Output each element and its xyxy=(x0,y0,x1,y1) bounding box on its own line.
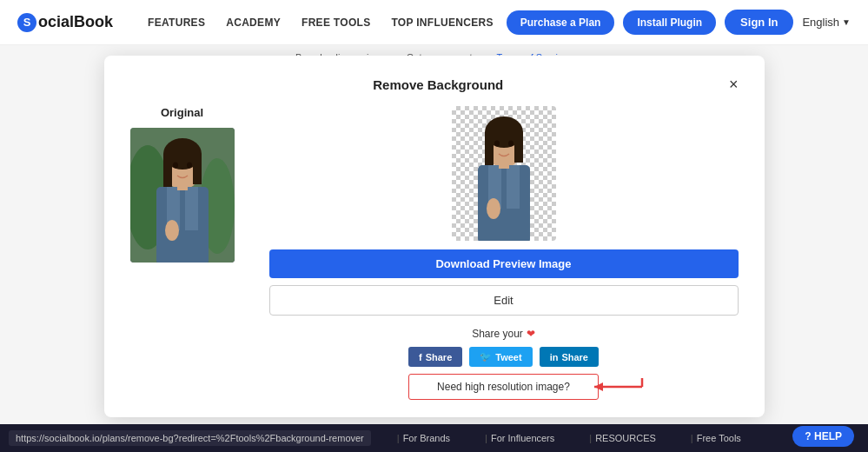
nav-links: FEATURES ACADEMY FREE TOOLS TOP INFLUENC… xyxy=(148,17,507,29)
facebook-icon: f xyxy=(419,352,422,362)
nav-actions: Purchase a Plan Install Plugin Sign In E… xyxy=(507,10,851,35)
share-label: Share your ❤ xyxy=(472,328,535,340)
linkedin-icon: in xyxy=(550,352,559,362)
svg-point-14 xyxy=(165,220,179,241)
svg-rect-7 xyxy=(193,154,202,184)
share-section: Share your ❤ f Share 🐦 Tweet i xyxy=(408,328,599,400)
action-buttons: Download Preview Image Edit xyxy=(269,249,739,316)
svg-rect-23 xyxy=(507,165,520,209)
modal-title: Remove Background xyxy=(148,77,729,92)
high-resolution-button[interactable]: Need high resolution image? xyxy=(408,374,599,400)
nav-academy[interactable]: ACADEMY xyxy=(226,17,281,29)
share-text: Share your xyxy=(472,328,523,340)
original-label: Original xyxy=(161,106,203,119)
red-arrow-indicator xyxy=(586,376,646,397)
svg-rect-6 xyxy=(163,154,172,189)
logo[interactable]: SocialBook xyxy=(17,13,113,32)
svg-point-19 xyxy=(494,141,500,147)
svg-point-8 xyxy=(173,163,178,169)
original-section: Original xyxy=(130,106,235,263)
remove-background-modal: Remove Background × Original xyxy=(104,56,765,417)
nav-features[interactable]: FEATURES xyxy=(148,17,205,29)
edit-button[interactable]: Edit xyxy=(269,285,739,316)
result-image-container xyxy=(452,106,556,241)
purchase-plan-button[interactable]: Purchase a Plan xyxy=(507,10,615,35)
high-res-container: Need high resolution image? xyxy=(408,374,599,400)
original-person-image xyxy=(130,128,235,263)
language-arrow-icon: ▼ xyxy=(842,17,851,27)
svg-rect-13 xyxy=(177,180,188,190)
footer-for-influencers[interactable]: | For Influencers xyxy=(485,433,554,443)
modal-header: Remove Background × xyxy=(130,76,739,92)
svg-rect-10 xyxy=(156,187,209,263)
svg-point-9 xyxy=(187,163,192,169)
footer-url: https://socialbook.io/plans/remove-bg?re… xyxy=(9,430,371,446)
logo-text: ocialBook xyxy=(38,13,113,31)
svg-rect-17 xyxy=(485,132,494,167)
footer-for-brands[interactable]: | For Brands xyxy=(397,433,450,443)
svg-rect-21 xyxy=(478,165,530,241)
svg-rect-18 xyxy=(514,132,523,163)
twitter-share-button[interactable]: 🐦 Tweet xyxy=(469,347,532,367)
footer-links: | For Brands | For Influencers | RESOURC… xyxy=(397,433,741,443)
original-image xyxy=(130,128,235,263)
svg-rect-24 xyxy=(499,158,509,169)
svg-marker-27 xyxy=(594,382,603,391)
result-person-image xyxy=(452,106,556,241)
main-area: By uploading an image or Get you agree t… xyxy=(0,45,868,452)
download-preview-button[interactable]: Download Preview Image xyxy=(269,249,739,278)
footer-resources[interactable]: | RESOURCES xyxy=(589,433,656,443)
modal-body: Original xyxy=(130,106,739,400)
language-selector[interactable]: English ▼ xyxy=(802,16,851,29)
heart-icon: ❤ xyxy=(527,328,535,340)
footer-bar: https://socialbook.io/plans/remove-bg?re… xyxy=(0,424,868,452)
svg-point-20 xyxy=(508,141,514,147)
sign-in-button[interactable]: Sign In xyxy=(725,10,793,35)
install-plugin-button[interactable]: Install Plugin xyxy=(623,10,716,35)
linkedin-share-button[interactable]: in Share xyxy=(540,347,599,367)
nav-free-tools[interactable]: FREE TOOLS xyxy=(301,17,370,29)
modal-close-button[interactable]: × xyxy=(729,76,739,92)
navbar: SocialBook FEATURES ACADEMY FREE TOOLS T… xyxy=(0,0,868,45)
logo-s-icon: S xyxy=(17,13,36,32)
svg-point-25 xyxy=(487,198,500,219)
svg-rect-12 xyxy=(185,187,198,230)
nav-top-influencers[interactable]: TOP INFLUENCERS xyxy=(391,17,493,29)
twitter-icon: 🐦 xyxy=(480,351,492,362)
share-buttons: f Share 🐦 Tweet in Share xyxy=(408,347,599,367)
facebook-share-button[interactable]: f Share xyxy=(408,347,462,367)
help-button[interactable]: ? HELP xyxy=(792,426,854,447)
result-section: Download Preview Image Edit Share your ❤… xyxy=(269,106,739,400)
language-label: English xyxy=(802,16,839,29)
footer-free-tools[interactable]: | Free Tools xyxy=(691,433,741,443)
